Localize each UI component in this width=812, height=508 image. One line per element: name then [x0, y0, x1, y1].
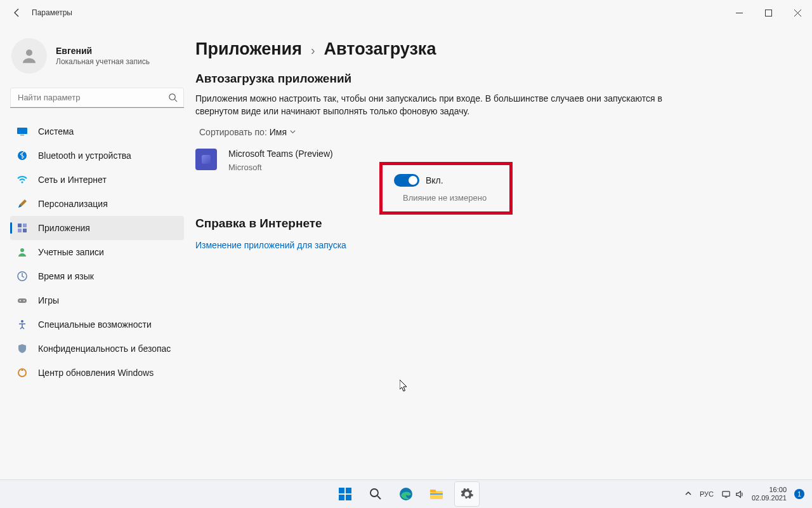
app-publisher: Microsoft	[228, 163, 333, 172]
minimize-button[interactable]	[724, 0, 754, 25]
chevron-right-icon: ›	[311, 43, 315, 58]
back-icon[interactable]	[11, 8, 22, 18]
svg-rect-4	[20, 135, 24, 136]
person-icon	[16, 246, 28, 258]
clock-globe-icon	[16, 271, 28, 282]
sort-value: Имя	[270, 127, 287, 137]
tray-chevron-up-icon[interactable]	[684, 490, 692, 498]
help-section: Справка в Интернете Изменение приложений…	[195, 217, 787, 251]
taskbar-explorer[interactable]	[424, 481, 449, 507]
gamepad-icon	[16, 295, 28, 306]
bluetooth-icon	[16, 150, 28, 161]
volume-icon	[735, 490, 744, 499]
svg-rect-13	[18, 298, 27, 303]
svg-point-15	[23, 300, 25, 302]
svg-rect-18	[339, 488, 344, 493]
svg-point-6	[22, 182, 23, 184]
svg-point-22	[370, 489, 378, 497]
sidebar-item-network[interactable]: Сеть и Интернет	[10, 168, 184, 192]
apps-icon	[16, 222, 28, 234]
svg-rect-20	[339, 495, 344, 500]
titlebar: Параметры	[0, 0, 812, 25]
sidebar-item-system[interactable]: Система	[10, 119, 184, 144]
svg-rect-27	[723, 491, 730, 496]
tray-clock[interactable]: 16:00 02.09.2021	[752, 486, 787, 502]
help-link[interactable]: Изменение приложений для запуска	[195, 240, 346, 250]
svg-rect-10	[23, 229, 27, 232]
teams-icon	[195, 149, 217, 170]
tray-language[interactable]: РУС	[700, 490, 714, 498]
highlight-box: Вкл. Влияние не измерено	[379, 162, 513, 215]
svg-rect-26	[430, 493, 443, 495]
tray-time: 16:00	[752, 486, 787, 494]
avatar	[11, 38, 47, 74]
svg-point-16	[21, 320, 23, 323]
close-button[interactable]	[783, 0, 812, 25]
breadcrumb-current: Автозагрузка	[324, 39, 436, 59]
user-account-type: Локальная учетная запись	[56, 57, 150, 66]
svg-point-1	[26, 50, 32, 56]
app-impact: Влияние не измерено	[403, 193, 495, 203]
user-name: Евгений	[56, 46, 150, 56]
monitor-icon	[16, 126, 28, 137]
section-heading: Автозагрузка приложений	[195, 72, 787, 86]
svg-point-14	[20, 300, 21, 302]
svg-rect-7	[18, 224, 22, 227]
network-icon	[721, 490, 731, 499]
sidebar-item-bluetooth[interactable]: Bluetooth и устройства	[10, 144, 184, 168]
startup-toggle[interactable]	[394, 174, 419, 187]
user-profile[interactable]: Евгений Локальная учетная запись	[10, 25, 184, 85]
nav-list: Система Bluetooth и устройства Сеть и Ин…	[10, 119, 184, 385]
sidebar-item-personalization[interactable]: Персонализация	[10, 192, 184, 216]
help-heading: Справка в Интернете	[195, 217, 787, 231]
sidebar-item-gaming[interactable]: Игры	[10, 288, 184, 312]
brush-icon	[16, 198, 28, 210]
tray-date: 02.09.2021	[752, 494, 787, 502]
sidebar-item-windows-update[interactable]: Центр обновления Windows	[10, 361, 184, 385]
start-button[interactable]	[332, 481, 358, 507]
search-icon	[168, 93, 178, 102]
main-content: Приложения › Автозагрузка Автозагрузка п…	[190, 25, 812, 479]
sidebar-item-time-language[interactable]: Время и язык	[10, 264, 184, 288]
cursor-icon	[400, 380, 409, 392]
svg-rect-19	[346, 488, 351, 493]
breadcrumb-parent[interactable]: Приложения	[195, 39, 302, 59]
svg-point-11	[20, 248, 24, 252]
sort-dropdown[interactable]: Сортировать по: Имя	[199, 127, 787, 137]
sidebar: Евгений Локальная учетная запись Система…	[0, 25, 190, 479]
chevron-down-icon	[289, 127, 296, 137]
sidebar-item-apps[interactable]: Приложения	[10, 216, 184, 240]
sidebar-item-accessibility[interactable]: Специальные возможности	[10, 312, 184, 337]
accessibility-icon	[16, 319, 28, 330]
window-title: Параметры	[32, 8, 72, 17]
toggle-label: Вкл.	[426, 175, 443, 185]
svg-rect-8	[23, 224, 27, 227]
svg-rect-0	[765, 10, 771, 16]
sidebar-item-privacy[interactable]: Конфиденциальность и безопас	[10, 337, 184, 361]
taskbar: РУС 16:00 02.09.2021 1	[0, 479, 812, 508]
svg-rect-21	[346, 495, 351, 500]
svg-rect-3	[17, 128, 27, 134]
app-name: Microsoft Teams (Preview)	[228, 149, 333, 159]
svg-rect-25	[430, 490, 436, 492]
taskbar-search[interactable]	[363, 481, 388, 507]
search-box[interactable]	[10, 88, 184, 108]
svg-point-2	[169, 94, 175, 100]
wifi-icon	[16, 174, 28, 185]
search-input[interactable]	[10, 88, 184, 108]
sort-label: Сортировать по:	[199, 127, 267, 137]
update-icon	[16, 367, 28, 378]
shield-icon	[16, 343, 28, 354]
svg-rect-9	[18, 229, 22, 232]
tray-icons[interactable]	[721, 490, 744, 499]
section-description: Приложения можно настроить так, чтобы он…	[195, 92, 665, 118]
maximize-button[interactable]	[754, 0, 783, 25]
tray-notification-badge[interactable]: 1	[794, 489, 804, 499]
taskbar-settings[interactable]	[454, 481, 480, 507]
taskbar-edge[interactable]	[393, 481, 419, 507]
sidebar-item-accounts[interactable]: Учетные записи	[10, 240, 184, 264]
breadcrumb: Приложения › Автозагрузка	[195, 39, 787, 59]
